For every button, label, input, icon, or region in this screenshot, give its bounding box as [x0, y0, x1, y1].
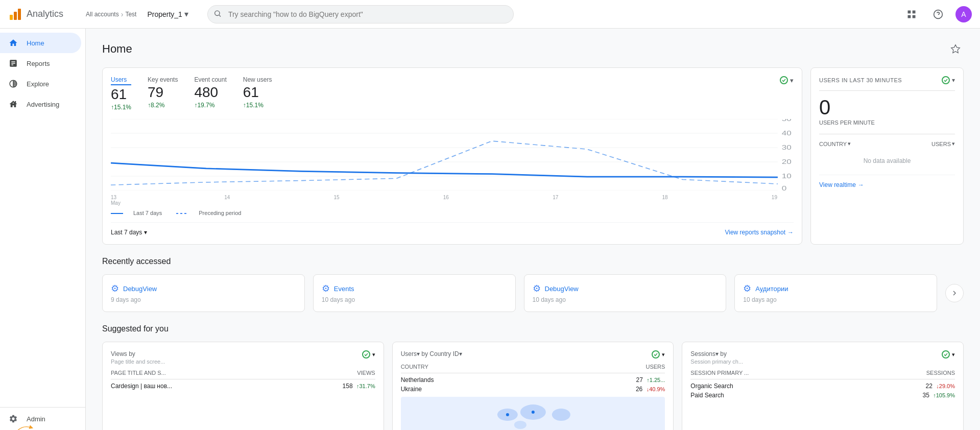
metric-key-events: Key events 79 ↑8.2% [148, 76, 178, 109]
admin-gear-icon [8, 414, 18, 424]
top-right-icons: A [902, 5, 972, 23]
table-row: Organic Search 22 ↓29.0% [690, 383, 955, 390]
x-label-4: 17 [553, 195, 558, 206]
metric-users-label[interactable]: Users [111, 76, 131, 85]
x-label-6: 19 [772, 195, 777, 206]
suggested-card-0-subtitle: Page title and scree... [111, 359, 165, 365]
recent-settings-icon-2: ⚙ [533, 283, 541, 294]
suggested-card-2-selector[interactable]: ▾ [942, 350, 955, 359]
svg-point-3 [215, 11, 220, 15]
realtime-users-header[interactable]: USERS ▾ [931, 140, 955, 147]
svg-text:40: 40 [782, 130, 792, 137]
svg-point-29 [506, 413, 509, 416]
svg-rect-1 [14, 12, 17, 20]
realtime-footer: View realtime → [819, 175, 955, 188]
metric-selector[interactable]: ▾ [780, 76, 794, 84]
sidebar-item-home[interactable]: Home [0, 33, 81, 53]
user-avatar[interactable]: A [955, 6, 972, 22]
svg-text:20: 20 [782, 159, 792, 165]
breadcrumb-all-accounts[interactable]: All accounts [86, 11, 119, 18]
sidebar: Home Reports Explore Advertising [0, 29, 86, 430]
realtime-dropdown-icon: ▾ [952, 77, 955, 84]
no-data-message: No data available [819, 157, 955, 164]
search-input[interactable] [207, 5, 514, 23]
realtime-country-header[interactable]: COUNTRY ▾ [819, 140, 851, 147]
metric-eventcount-label[interactable]: Event count [194, 76, 226, 83]
metrics-row: Users 61 ↑15.1% Key events 79 ↑8.2% Even… [111, 76, 794, 111]
logo-text: Analytics [27, 9, 63, 19]
recent-card-2[interactable]: ⚙ DebugView 10 days ago [524, 274, 727, 312]
nav-items: Home Reports Explore Advertising [0, 29, 85, 407]
svg-point-28 [532, 411, 535, 414]
suggested-card-1-selector[interactable]: ▾ [652, 350, 665, 359]
metric-keyevents-label[interactable]: Key events [148, 76, 178, 83]
recent-card-2-title: ⚙ DebugView [533, 283, 718, 294]
svg-rect-6 [913, 10, 916, 13]
suggested-card-1: Users▾ by Country ID▾ ▾ COUNTRY USERS [392, 342, 674, 430]
arrow-indicator [14, 423, 35, 430]
realtime-check-icon [942, 76, 950, 84]
breadcrumb-arrow-icon: › [121, 10, 124, 18]
svg-text:0: 0 [782, 185, 787, 190]
recent-card-3-date: 10 days ago [743, 296, 928, 303]
sidebar-explore-label: Explore [27, 80, 49, 88]
metric-keyevents-value: 79 [148, 84, 178, 101]
realtime-card: USERS IN LAST 30 MINUTES ▾ 0 USERS PER M… [810, 67, 964, 245]
metric-newusers-change: ↑15.1% [243, 102, 272, 109]
suggested-table-header-0: PAGE TITLE AND S... VIEWS [111, 370, 375, 379]
view-realtime-link[interactable]: View realtime → [819, 181, 955, 188]
explore-icon [8, 79, 18, 89]
view-reports-snapshot-link[interactable]: View reports snapshot → [725, 229, 794, 236]
svg-rect-5 [908, 10, 911, 13]
svg-rect-8 [913, 15, 916, 18]
metric-keyevents-change: ↑8.2% [148, 102, 178, 109]
recent-card-0[interactable]: ⚙ DebugView 9 days ago [102, 274, 305, 312]
world-map-svg [401, 397, 665, 430]
admin-section[interactable]: Admin [0, 407, 85, 430]
sidebar-reports-label: Reports [27, 60, 50, 67]
breadcrumb-test[interactable]: Test [125, 11, 136, 18]
recent-card-3[interactable]: ⚙ Аудитории 10 days ago [734, 274, 937, 312]
recent-card-0-date: 9 days ago [111, 296, 296, 303]
recent-cards-next-button[interactable] [945, 284, 964, 302]
app-body: Home Reports Explore Advertising [0, 29, 980, 430]
legend-solid-icon [111, 210, 125, 216]
metric-dropdown-icon: ▾ [790, 77, 794, 84]
svg-text:10: 10 [782, 173, 792, 180]
chart-area: 50 40 30 20 10 0 [111, 119, 794, 190]
realtime-table-header: COUNTRY ▾ USERS ▾ [819, 140, 955, 147]
top-nav: Analytics All accounts › Test Property_1… [0, 0, 980, 29]
breadcrumb: All accounts › Test [86, 10, 136, 18]
page-title: Home [102, 42, 132, 56]
suggested-card-0-title: Views by [111, 350, 165, 357]
chart-svg: 50 40 30 20 10 0 [111, 119, 794, 190]
sidebar-item-reports[interactable]: Reports [0, 53, 81, 74]
metric-eventcount-change: ↑19.7% [194, 102, 226, 109]
apps-button[interactable] [902, 5, 921, 23]
sidebar-item-advertising[interactable]: Advertising [0, 94, 81, 114]
suggested-cards-row: Views by Page title and scree... ▾ PA [102, 342, 964, 430]
suggested-dropdown-icon-0: ▾ [372, 351, 375, 358]
customize-button[interactable] [947, 41, 964, 57]
svg-line-4 [219, 15, 221, 16]
realtime-selector[interactable]: ▾ [942, 76, 955, 84]
check-icon [780, 76, 788, 84]
property-name: Property_1 [147, 10, 182, 18]
property-selector[interactable]: Property_1 ▾ [142, 7, 193, 21]
svg-point-27 [514, 421, 527, 429]
sidebar-home-label: Home [27, 39, 44, 47]
date-range-label: Last 7 days [111, 229, 142, 236]
metric-newusers-label[interactable]: New users [243, 76, 272, 83]
sidebar-item-explore[interactable]: Explore [0, 74, 81, 94]
metric-users-change: ↑15.1% [111, 104, 131, 111]
recent-card-1[interactable]: ⚙ Events 10 days ago [313, 274, 516, 312]
recent-settings-icon-3: ⚙ [743, 283, 751, 294]
suggested-card-0-selector[interactable]: ▾ [362, 350, 375, 359]
date-range-selector[interactable]: Last 7 days ▾ [111, 229, 147, 236]
legend-dashed-icon [176, 210, 190, 216]
suggested-dropdown-icon-1: ▾ [662, 351, 665, 358]
help-button[interactable] [929, 5, 947, 23]
x-label-1: 14 [224, 195, 230, 206]
table-row: Cardesign | ваш нов... 158 ↑31.7% [111, 383, 375, 390]
svg-rect-2 [18, 9, 21, 20]
